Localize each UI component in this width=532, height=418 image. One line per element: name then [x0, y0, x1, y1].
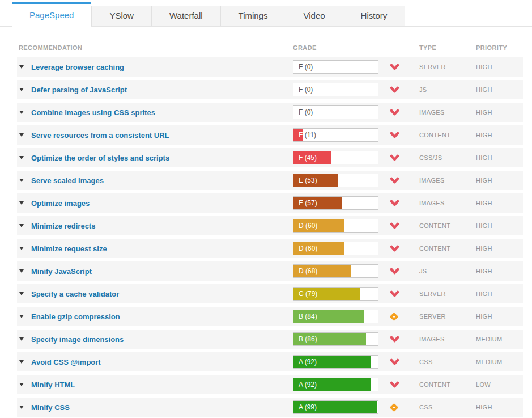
- grade-meter: B (84)B (84): [293, 310, 378, 323]
- tab-history[interactable]: History: [343, 6, 406, 26]
- recommendation-cell[interactable]: Serve resources from a consistent URL: [17, 131, 293, 140]
- grade-meter: F (0): [293, 105, 378, 119]
- recommendation-link[interactable]: Minimize request size: [31, 244, 107, 253]
- tab-video[interactable]: Video: [286, 6, 343, 26]
- type-label: IMAGES: [419, 200, 476, 206]
- grade-drop-chevron-down-icon: [390, 86, 399, 94]
- expand-caret-icon[interactable]: [19, 88, 24, 91]
- expand-caret-icon[interactable]: [19, 383, 24, 386]
- expand-caret-icon[interactable]: [19, 315, 24, 318]
- grade-value: F (11): [293, 129, 378, 141]
- expand-caret-icon[interactable]: [19, 133, 24, 137]
- expand-caret-icon[interactable]: [19, 337, 24, 341]
- grade-meter: D (68)D (68): [293, 264, 378, 278]
- priority-label: HIGH: [476, 404, 523, 411]
- recommendation-link[interactable]: Minify JavaScript: [31, 267, 92, 276]
- expand-caret-icon[interactable]: [19, 156, 24, 159]
- recommendation-link[interactable]: Specify image dimensions: [31, 335, 124, 344]
- grade-bar-value: D (60): [293, 219, 344, 232]
- grade-bar: D (60): [293, 242, 344, 255]
- tab-timings[interactable]: Timings: [220, 6, 286, 26]
- recommendation-cell[interactable]: Specify a cache validator: [17, 290, 293, 298]
- type-label: IMAGES: [419, 336, 476, 343]
- recommendation-link[interactable]: Avoid CSS @import: [31, 358, 101, 366]
- expand-caret-icon[interactable]: [19, 201, 24, 205]
- table-row: Minimize request sizeD (60)D (60)CONTENT…: [17, 239, 523, 258]
- grade-meter: D (60)D (60): [293, 242, 378, 255]
- type-label: CSS: [419, 358, 476, 365]
- recommendation-link[interactable]: Leverage browser caching: [31, 63, 124, 71]
- tab-yslow[interactable]: YSlow: [91, 6, 151, 26]
- table-row: Defer parsing of JavaScriptF (0)JSHIGH: [17, 80, 523, 99]
- priority-label: HIGH: [476, 200, 523, 206]
- grade-bar: C (79): [293, 288, 360, 300]
- expand-caret-icon[interactable]: [19, 111, 24, 114]
- grade-bar: E (57): [293, 197, 342, 209]
- recommendation-link[interactable]: Combine images using CSS sprites: [31, 108, 155, 117]
- tab-pagespeed[interactable]: PageSpeed: [12, 2, 91, 27]
- expand-caret-icon[interactable]: [19, 292, 24, 295]
- grade-bar: F (11): [293, 129, 303, 141]
- expand-caret-icon[interactable]: [19, 406, 24, 409]
- type-label: SERVER: [419, 64, 476, 70]
- header-grade: GRADE: [293, 44, 390, 51]
- tab-waterfall[interactable]: Waterfall: [151, 6, 220, 26]
- recommendation-link[interactable]: Serve resources from a consistent URL: [31, 131, 169, 140]
- recommendation-link[interactable]: Serve scaled images: [31, 176, 104, 185]
- priority-label: MEDIUM: [476, 336, 523, 343]
- priority-label: HIGH: [476, 86, 523, 93]
- priority-label: HIGH: [476, 222, 523, 229]
- recommendation-link[interactable]: Optimize images: [31, 199, 90, 208]
- recommendation-cell[interactable]: Defer parsing of JavaScript: [17, 86, 293, 94]
- recommendation-cell[interactable]: Minimize request size: [17, 244, 293, 253]
- grade-bar: F (45): [293, 151, 331, 164]
- recommendation-link[interactable]: Enable gzip compression: [31, 313, 120, 321]
- table-row: Minify JavaScriptD (68)D (68)JSHIGH: [17, 261, 523, 281]
- expand-caret-icon[interactable]: [19, 360, 24, 364]
- recommendation-cell[interactable]: Avoid CSS @import: [17, 358, 293, 366]
- recommendation-cell[interactable]: Minify JavaScript: [17, 267, 293, 276]
- grade-bar: A (99): [293, 401, 377, 413]
- type-label: JS: [419, 268, 476, 275]
- table-row: Serve scaled imagesE (53)E (53)IMAGESHIG…: [17, 171, 523, 190]
- grade-bar-value: B (84): [293, 310, 364, 323]
- recommendation-cell[interactable]: Enable gzip compression: [17, 313, 293, 321]
- grade-meter: D (60)D (60): [293, 219, 378, 233]
- grade-drop-chevron-down-icon: [390, 132, 399, 139]
- recommendation-link[interactable]: Optimize the order of styles and scripts: [31, 154, 169, 162]
- grade-bar-value: C (79): [293, 288, 360, 300]
- expand-caret-icon[interactable]: [19, 247, 24, 250]
- grade-drop-chevron-down-icon: [390, 64, 399, 71]
- expand-caret-icon[interactable]: [19, 224, 24, 227]
- type-label: IMAGES: [419, 177, 476, 184]
- table-row: Minify HTMLA (92)A (92)CONTENTLOW: [17, 375, 523, 394]
- recommendation-cell[interactable]: Optimize the order of styles and scripts: [17, 154, 293, 162]
- grade-value: F (0): [293, 61, 378, 73]
- expand-caret-icon[interactable]: [19, 179, 24, 182]
- recommendation-cell[interactable]: Serve scaled images: [17, 176, 293, 185]
- grade-diamond-icon: [390, 403, 399, 412]
- recommendation-link[interactable]: Defer parsing of JavaScript: [31, 86, 127, 94]
- grade-bar-value: A (92): [293, 356, 371, 368]
- recommendation-link[interactable]: Minify CSS: [31, 403, 70, 412]
- recommendation-cell[interactable]: Leverage browser caching: [17, 63, 293, 71]
- priority-label: HIGH: [476, 268, 523, 275]
- recommendation-cell[interactable]: Combine images using CSS sprites: [17, 108, 293, 117]
- type-label: CSS/JS: [419, 154, 476, 161]
- table-row: Leverage browser cachingF (0)SERVERHIGH: [17, 57, 523, 77]
- recommendation-link[interactable]: Minify HTML: [31, 381, 75, 389]
- recommendation-cell[interactable]: Minify CSS: [17, 403, 293, 412]
- expand-caret-icon[interactable]: [19, 269, 24, 273]
- recommendation-cell[interactable]: Specify image dimensions: [17, 335, 293, 344]
- recommendation-cell[interactable]: Optimize images: [17, 199, 293, 208]
- expand-caret-icon[interactable]: [19, 65, 24, 69]
- recommendation-link[interactable]: Specify a cache validator: [31, 290, 119, 298]
- recommendation-link[interactable]: Minimize redirects: [31, 222, 95, 230]
- recommendation-cell[interactable]: Minify HTML: [17, 381, 293, 389]
- recommendation-cell[interactable]: Minimize redirects: [17, 222, 293, 230]
- grade-bar: E (53): [293, 174, 338, 187]
- type-label: SERVER: [419, 313, 476, 320]
- table-row: Enable gzip compressionB (84)B (84)SERVE…: [17, 307, 523, 326]
- grade-drop-chevron-down-icon: [390, 336, 399, 343]
- grade-diamond-icon: [390, 312, 399, 321]
